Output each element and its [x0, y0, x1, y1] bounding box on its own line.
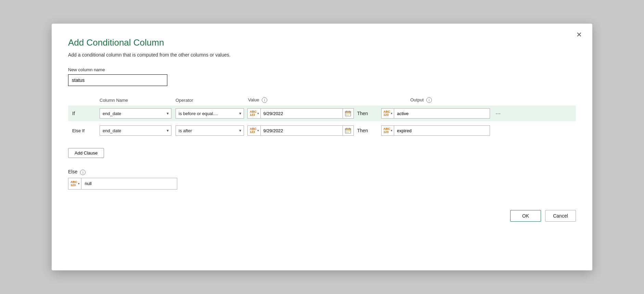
calendar-icon [345, 110, 351, 117]
dialog-footer: OK Cancel [68, 210, 576, 222]
column-name-input[interactable] [68, 74, 167, 86]
svg-rect-13 [346, 131, 347, 131]
svg-rect-15 [349, 131, 350, 131]
dialog-title: Add Conditional Column [68, 37, 576, 48]
else-section: Else i ABC 123 ▾ [68, 169, 576, 189]
elseif-calendar-icon [345, 127, 351, 134]
elseif-value-input[interactable] [261, 125, 343, 136]
if-column-select[interactable]: end_date [100, 108, 171, 119]
conditions-table: Column Name Operator Value i Output i If… [68, 97, 576, 138]
ok-button[interactable]: OK [510, 210, 541, 222]
else-type-icon: ABC 123 [70, 181, 77, 187]
if-output-type-button[interactable]: ABC 123 ▾ [381, 108, 395, 119]
else-type-dropdown-arrow: ▾ [78, 182, 80, 185]
svg-rect-7 [346, 115, 347, 115]
output-info-icon: i [426, 97, 432, 103]
if-output-type-icon: ABC 123 [384, 110, 390, 117]
if-output-dropdown-arrow: ▾ [391, 112, 392, 115]
elseif-output-group: ABC 123 ▾ [381, 125, 490, 136]
elseif-type-icon: ABC 123 [250, 127, 257, 134]
svg-rect-1 [345, 111, 351, 113]
if-then-label: Then [357, 111, 378, 116]
svg-rect-16 [346, 132, 347, 133]
col-header-output: Output [410, 97, 424, 102]
elseif-output-type-button[interactable]: ABC 123 ▾ [381, 125, 395, 136]
if-column-select-wrap[interactable]: end_date [100, 108, 171, 119]
if-operator-select-wrap[interactable]: is before or equal.... [176, 108, 244, 119]
if-output-input[interactable] [394, 108, 490, 119]
else-label: Else i [68, 169, 576, 175]
close-button[interactable]: ✕ [574, 30, 585, 39]
elseif-then-label: Then [357, 128, 378, 133]
elseif-output-type-icon: ABC 123 [384, 127, 390, 134]
if-value-group: ABC 123 ▾ [247, 108, 354, 119]
elseif-column-select-wrap[interactable]: end_date [100, 125, 171, 136]
dialog: ✕ Add Conditional Column Add a condition… [52, 24, 592, 270]
if-type-dropdown-arrow: ▾ [257, 112, 259, 115]
if-operator-select[interactable]: is before or equal.... [176, 108, 244, 119]
if-output-group: ABC 123 ▾ [381, 108, 490, 119]
if-type-icon: ABC 123 [250, 110, 257, 117]
svg-rect-14 [348, 131, 349, 131]
dots-icon: ··· [495, 110, 501, 117]
elseif-output-input[interactable] [394, 125, 490, 136]
svg-rect-10 [345, 128, 351, 130]
cancel-button[interactable]: Cancel [545, 210, 576, 222]
elseif-column-select[interactable]: end_date [100, 125, 171, 136]
if-keyword: If [72, 111, 100, 116]
add-clause-button[interactable]: Add Clause [68, 148, 104, 158]
dialog-subtitle: Add a conditional column that is compute… [68, 52, 576, 58]
elseif-calendar-button[interactable] [343, 125, 354, 136]
elseif-value-group: ABC 123 ▾ [247, 125, 354, 136]
else-value-input[interactable] [81, 178, 177, 189]
svg-rect-4 [346, 113, 347, 114]
column-name-label: New column name [68, 67, 576, 72]
col-header-column-name: Column Name [100, 98, 128, 103]
if-calendar-button[interactable] [343, 108, 354, 119]
elseif-operator-select[interactable]: is after [176, 125, 244, 136]
value-info-icon: i [262, 97, 267, 103]
elseif-operator-select-wrap[interactable]: is after [176, 125, 244, 136]
if-row: If end_date is before or equal.... ABC 1… [68, 106, 576, 121]
elseif-keyword: Else If [72, 128, 100, 133]
svg-rect-8 [348, 115, 349, 115]
svg-rect-5 [348, 113, 349, 114]
if-value-input[interactable] [261, 108, 343, 119]
elseif-row: Else If end_date is after ABC 123 [68, 123, 576, 138]
elseif-output-dropdown-arrow: ▾ [391, 129, 392, 132]
else-input-group: ABC 123 ▾ [68, 178, 576, 189]
svg-rect-17 [348, 132, 349, 133]
svg-rect-6 [349, 113, 350, 114]
elseif-type-button[interactable]: ABC 123 ▾ [247, 125, 261, 136]
col-header-operator: Operator [176, 98, 193, 103]
else-info-icon: i [80, 170, 86, 175]
if-row-more-button[interactable]: ··· [493, 109, 503, 119]
col-header-value: Value [248, 97, 259, 102]
elseif-type-dropdown-arrow: ▾ [257, 129, 259, 132]
else-type-button[interactable]: ABC 123 ▾ [68, 178, 81, 189]
if-type-button[interactable]: ABC 123 ▾ [247, 108, 261, 119]
